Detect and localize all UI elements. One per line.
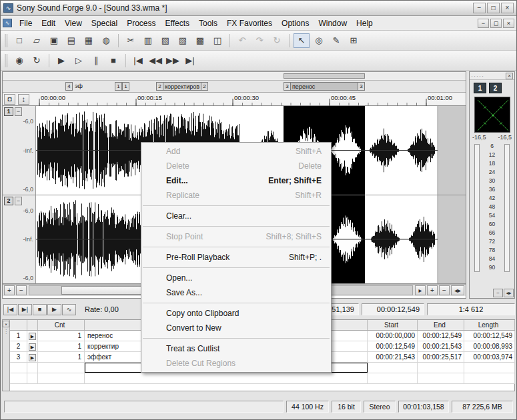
menu-item-save-as[interactable]: Save As... (141, 285, 331, 300)
menu-effects[interactable]: Effects (161, 17, 194, 30)
menu-special[interactable]: Special (87, 17, 122, 30)
close-button[interactable]: × (501, 3, 514, 13)
channel-1-minimize-button[interactable]: − (15, 107, 22, 116)
header-end[interactable]: End (418, 320, 464, 330)
overview-selection[interactable] (284, 73, 365, 79)
publish-icon[interactable]: ◍ (98, 33, 114, 48)
cut-icon[interactable]: ✂ (123, 33, 139, 48)
stop-icon[interactable]: ■ (105, 53, 121, 68)
menu-window[interactable]: Window (314, 17, 352, 30)
zoom-out-icon[interactable]: − (439, 285, 450, 295)
play-region-icon[interactable]: ▶ (29, 333, 36, 340)
menu-item-treat-as-cutlist[interactable]: Treat as Cutlist (141, 341, 331, 356)
menu-fx-favorites[interactable]: FX Favorites (222, 17, 277, 30)
marker-4[interactable]: 4 (65, 82, 73, 91)
menu-item-open[interactable]: Open... (141, 271, 331, 285)
magnify-tool-icon[interactable]: ◎ (311, 33, 327, 48)
menu-item-clear[interactable]: Clear... (141, 209, 331, 223)
mix-icon[interactable]: ▩ (192, 33, 208, 48)
minimize-button[interactable]: − (473, 3, 486, 13)
toolbar-grip[interactable] (5, 34, 7, 47)
region-2-end-tab[interactable]: 2 (201, 83, 207, 90)
paste-to-new-icon[interactable]: ▨ (175, 33, 191, 48)
header-cnt[interactable]: Cnt (38, 320, 85, 330)
marker-bar[interactable]: 4 эф 1 1 2 корректиров 2 3 перенос 3 (3, 81, 466, 93)
header-length[interactable]: Length (464, 320, 515, 330)
meters-collapse-icon[interactable]: − (493, 289, 503, 297)
menu-view[interactable]: View (60, 17, 87, 30)
pencil-tool-icon[interactable]: ✎ (328, 33, 344, 48)
rewind-icon[interactable]: ◀◀ (147, 53, 163, 68)
region-3-start-tab[interactable]: 3 (284, 83, 291, 90)
menu-edit[interactable]: Edit (37, 17, 60, 30)
menu-item-pre-roll-playback[interactable]: Pre-Roll PlaybackShift+P; . (141, 250, 331, 265)
scroll-right-icon[interactable]: ▸ (415, 285, 426, 295)
go-to-end-icon[interactable]: ▶| (182, 53, 198, 68)
mdi-minimize-button[interactable]: − (478, 19, 489, 28)
forward-icon[interactable]: ▶▶ (165, 53, 181, 68)
panel-grip-icon[interactable]: ····· (471, 73, 506, 79)
menu-help[interactable]: Help (352, 17, 378, 30)
save-icon[interactable]: ▣ (46, 33, 62, 48)
channel-2-button[interactable]: 2 (4, 197, 13, 205)
play-region-icon[interactable]: ▶ (29, 343, 36, 351)
menu-item-copy-onto-clipboard[interactable]: Copy onto Clipboard (141, 306, 331, 321)
save-all-icon[interactable]: ▦ (81, 33, 97, 48)
channel-2-minimize-button[interactable]: − (15, 197, 22, 205)
stop-icon[interactable]: ■ (33, 304, 47, 315)
channel-1-button[interactable]: 1 (4, 107, 13, 116)
overview-bar[interactable] (3, 72, 466, 81)
selection-length-box[interactable]: 00:00:12,549 (362, 303, 424, 315)
meters-close-icon[interactable]: × (506, 73, 513, 79)
zoom-ratio-box[interactable]: 1:4 612 (427, 303, 515, 315)
menu-file[interactable]: File (15, 17, 37, 30)
regions-grip-icon[interactable]: ⋮ (3, 330, 9, 333)
document-icon[interactable]: ∿ (3, 19, 12, 27)
mdi-close-button[interactable]: × (503, 19, 514, 28)
region-marker-3[interactable]: 3 перенос 3 (284, 82, 365, 91)
marker-1-end[interactable]: 1 (122, 82, 129, 91)
header-start[interactable]: Start (368, 320, 418, 330)
go-to-end-icon[interactable]: ▶| (18, 304, 32, 315)
menu-process[interactable]: Process (122, 17, 160, 30)
trim-icon[interactable]: ◫ (209, 33, 225, 48)
play-all-icon[interactable]: ▶ (53, 53, 69, 68)
time-ruler[interactable]: ◘ ↨ 00:00:00 00:00:15 00:00:30 00:00:45 … (3, 93, 466, 106)
go-to-start-icon[interactable]: |◀ (3, 304, 17, 315)
scrub-icon[interactable]: ∿ (62, 304, 76, 315)
meters-panel-header[interactable]: ····· × (470, 72, 514, 80)
zoom-in-icon[interactable]: + (427, 285, 438, 295)
region-marker-2[interactable]: 2 корректиров 2 (156, 82, 208, 91)
splitter-icon[interactable]: ◂▸ (451, 285, 464, 295)
menu-tools[interactable]: Tools (194, 17, 222, 30)
menu-options[interactable]: Options (277, 17, 314, 30)
maximize-button[interactable]: □ (487, 3, 500, 13)
region-2-start-tab[interactable]: 2 (157, 83, 163, 90)
repeat-icon[interactable]: ↻ (269, 33, 285, 48)
play-region-icon[interactable]: ▶ (29, 354, 36, 361)
save-as-icon[interactable]: ▤ (63, 33, 79, 48)
play-icon[interactable]: ▷ (71, 53, 87, 68)
pause-icon[interactable]: ∥ (88, 53, 104, 68)
region-3-end-tab[interactable]: 3 (358, 83, 364, 90)
play-icon[interactable]: ▶ (47, 304, 61, 315)
mdi-restore-button[interactable]: ◻ (490, 19, 502, 28)
toolbar-grip[interactable] (5, 54, 7, 67)
copy-icon[interactable]: ▥ (140, 33, 156, 48)
new-file-icon[interactable]: □ (11, 33, 27, 48)
paste-icon[interactable]: ▧ (157, 33, 173, 48)
meter-channel-button[interactable]: 1 (474, 83, 486, 93)
open-icon[interactable]: ▱ (29, 33, 45, 48)
menu-item-edit[interactable]: Edit...Enter; Shift+E (141, 173, 331, 188)
zoom-in-icon[interactable]: + (4, 285, 15, 295)
record-icon[interactable]: ◉ (11, 53, 27, 68)
meter-channel-button[interactable]: 2 (489, 83, 502, 93)
meters-resize-icon[interactable]: ◂▸ (504, 289, 514, 297)
undo-icon[interactable]: ↶ (234, 33, 250, 48)
menu-item-convert-to-new[interactable]: Convert to New (141, 321, 331, 335)
marker-1-start[interactable]: 1 (115, 82, 122, 91)
regions-close-icon[interactable]: × (3, 321, 9, 327)
loop-playback-icon[interactable]: ↻ (29, 53, 45, 68)
go-to-start-icon[interactable]: |◀ (130, 53, 146, 68)
zoom-out-icon[interactable]: − (16, 285, 27, 295)
